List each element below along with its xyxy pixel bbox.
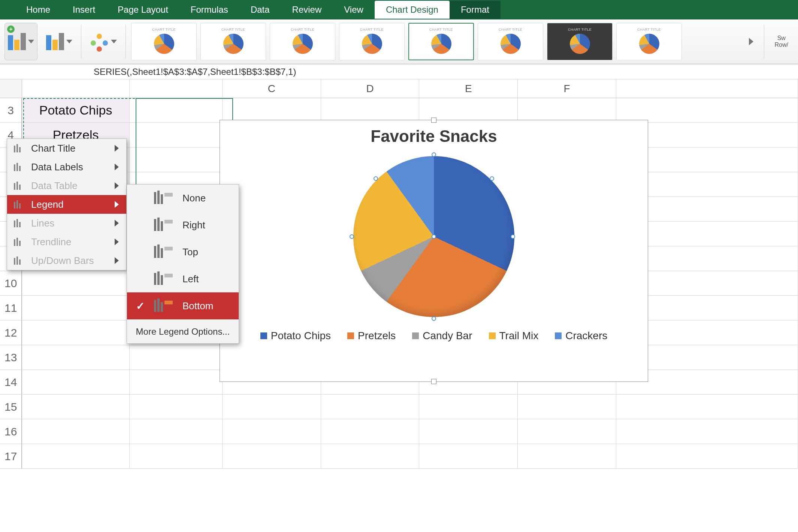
menu-item-legend[interactable]: Legend: [7, 195, 126, 214]
cell[interactable]: [518, 395, 616, 419]
chart-style-thumb[interactable]: CHART TITLE: [547, 23, 613, 60]
row-header[interactable]: 16: [0, 419, 22, 444]
cell[interactable]: [321, 419, 420, 444]
ribbon-tab-format[interactable]: Format: [450, 1, 501, 19]
select-all-corner[interactable]: [0, 79, 22, 98]
cell[interactable]: [130, 345, 223, 370]
formula-bar[interactable]: SERIES(,Sheet1!$A$3:$A$7,Sheet1!$B$3:$B$…: [0, 64, 798, 79]
cell[interactable]: [616, 419, 798, 444]
row-header[interactable]: 15: [0, 395, 22, 419]
legend-item[interactable]: Potato Chips: [260, 330, 331, 342]
resize-handle[interactable]: [431, 379, 436, 384]
ribbon-tab-insert[interactable]: Insert: [61, 1, 106, 19]
row-header[interactable]: 11: [0, 296, 22, 320]
cell[interactable]: [321, 395, 420, 419]
cell[interactable]: [223, 395, 321, 419]
cell[interactable]: [130, 395, 223, 419]
ribbon-tab-formulas[interactable]: Formulas: [179, 1, 239, 19]
gallery-more-button[interactable]: [744, 38, 759, 45]
cell[interactable]: [616, 444, 798, 469]
legend-option-none[interactable]: ✓None: [127, 185, 239, 212]
legend-option-bottom[interactable]: ✓Bottom: [127, 292, 239, 319]
legend-item[interactable]: Candy Bar: [412, 330, 472, 342]
column-header[interactable]: D: [321, 79, 420, 98]
pie-chart[interactable]: [353, 156, 514, 317]
selection-handle[interactable]: [432, 234, 436, 239]
column-header[interactable]: C: [223, 79, 321, 98]
quick-layout-button[interactable]: [43, 23, 76, 60]
legend-option-right[interactable]: ✓Right: [127, 212, 239, 238]
worksheet-grid[interactable]: CDEF 3Potato Chips4Pretzels5Candy Bar6Tr…: [0, 79, 798, 532]
cell[interactable]: [22, 320, 130, 345]
cell[interactable]: [321, 98, 420, 123]
cell[interactable]: [130, 370, 223, 395]
cell[interactable]: [130, 444, 223, 469]
chart-style-thumb[interactable]: Chart Title: [408, 23, 474, 60]
column-header[interactable]: [616, 79, 798, 98]
chart-object[interactable]: Favorite Snacks Potato ChipsPretzelsCand…: [220, 120, 648, 382]
cell[interactable]: [419, 444, 518, 469]
menu-item-data-labels[interactable]: Data Labels: [7, 158, 126, 176]
selection-handle[interactable]: [490, 176, 494, 181]
ribbon-tab-chart-design[interactable]: Chart Design: [375, 1, 450, 19]
legend-item[interactable]: Trail Mix: [489, 330, 539, 342]
chart-style-thumb[interactable]: Chart Title: [339, 23, 405, 60]
ribbon-tab-home[interactable]: Home: [15, 1, 61, 19]
cell[interactable]: [22, 395, 130, 419]
cell[interactable]: [321, 444, 420, 469]
legend-option-top[interactable]: ✓Top: [127, 238, 239, 265]
cell[interactable]: [518, 419, 616, 444]
cell[interactable]: [419, 419, 518, 444]
add-chart-element-button[interactable]: +: [4, 23, 37, 60]
cell[interactable]: [616, 395, 798, 419]
chart-title[interactable]: Favorite Snacks: [220, 127, 648, 146]
chart-style-thumb[interactable]: Chart Title: [478, 23, 543, 60]
cell[interactable]: [22, 419, 130, 444]
legend-option-left[interactable]: ✓Left: [127, 265, 239, 292]
column-header[interactable]: [130, 79, 223, 98]
switch-row-col-button[interactable]: Sw Row/: [770, 35, 794, 48]
selection-handle[interactable]: [432, 316, 436, 321]
selection-handle[interactable]: [374, 176, 378, 181]
legend-item[interactable]: Crackers: [555, 330, 607, 342]
row-header[interactable]: 13: [0, 345, 22, 370]
ribbon-tab-page-layout[interactable]: Page Layout: [106, 1, 179, 19]
cell[interactable]: [22, 444, 130, 469]
ribbon-tab-view[interactable]: View: [333, 1, 375, 19]
menu-item-chart-title[interactable]: Chart Title: [7, 139, 126, 158]
chart-style-thumb[interactable]: Chart Title: [131, 23, 197, 60]
cell[interactable]: [22, 296, 130, 320]
row-header[interactable]: 12: [0, 320, 22, 345]
row-header[interactable]: 17: [0, 444, 22, 469]
cell[interactable]: [419, 395, 518, 419]
ribbon-tab-review[interactable]: Review: [281, 1, 333, 19]
legend-item[interactable]: Pretzels: [347, 330, 396, 342]
chart-style-thumb[interactable]: CHART TITLE: [616, 23, 682, 60]
cell[interactable]: [22, 271, 130, 296]
cell[interactable]: [223, 98, 321, 123]
chart-style-thumb[interactable]: CHART TITLE: [200, 23, 266, 60]
chart-style-thumb[interactable]: Chart Title: [270, 23, 335, 60]
row-header[interactable]: 10: [0, 271, 22, 296]
cell[interactable]: [130, 98, 223, 123]
cell[interactable]: [223, 419, 321, 444]
selection-handle[interactable]: [350, 234, 354, 239]
cell[interactable]: [130, 419, 223, 444]
cell[interactable]: [616, 98, 798, 123]
cell[interactable]: [518, 444, 616, 469]
ribbon-tab-data[interactable]: Data: [239, 1, 281, 19]
cell[interactable]: Potato Chips: [22, 98, 130, 123]
cell[interactable]: [22, 370, 130, 395]
selection-handle[interactable]: [432, 152, 436, 157]
resize-handle[interactable]: [431, 118, 436, 123]
cell[interactable]: [518, 98, 616, 123]
cell[interactable]: [130, 148, 223, 172]
row-header[interactable]: 3: [0, 98, 22, 123]
column-header[interactable]: F: [518, 79, 616, 98]
more-legend-options[interactable]: More Legend Options...: [127, 319, 239, 343]
cell[interactable]: [130, 123, 223, 148]
cell[interactable]: [223, 444, 321, 469]
cell[interactable]: [22, 345, 130, 370]
change-colors-button[interactable]: [87, 23, 120, 60]
column-header[interactable]: E: [419, 79, 518, 98]
